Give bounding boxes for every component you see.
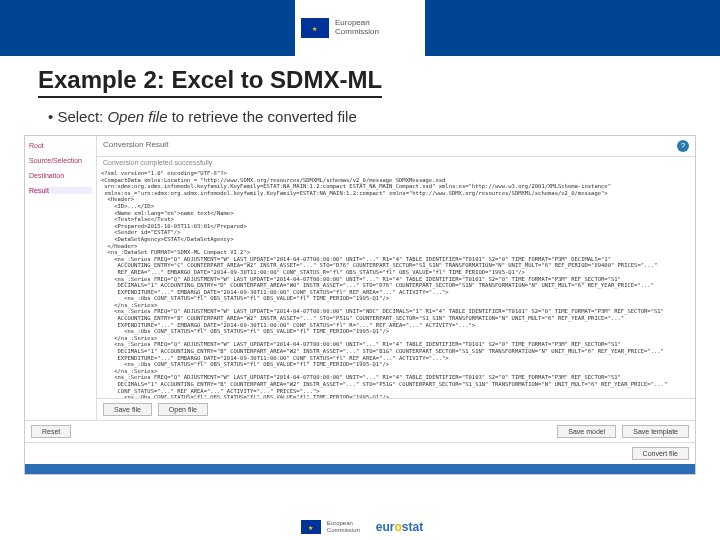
reset-button[interactable]: Reset: [31, 425, 71, 438]
converter-window: Root Source/Selection Destination Result…: [24, 135, 696, 475]
side-result[interactable]: Result: [29, 187, 92, 194]
xml-output[interactable]: <?xml version="1.0" encoding="UTF-8"?> <…: [97, 168, 695, 398]
side-root[interactable]: Root: [29, 142, 92, 149]
side-nav: Root Source/Selection Destination Result: [25, 136, 97, 420]
panel-title: Conversion Result: [103, 140, 168, 152]
footer-ec-logo: EuropeanCommission: [297, 516, 364, 538]
save-template-button[interactable]: Save template: [622, 425, 689, 438]
help-icon[interactable]: ?: [677, 140, 689, 152]
slide-header: EuropeanCommission: [0, 0, 720, 56]
open-file-button[interactable]: Open file: [158, 403, 208, 416]
bullet-line: • Select: Open file to retrieve the conv…: [0, 102, 720, 135]
eurostat-logo: eurostat: [376, 520, 423, 534]
ec-logo: EuropeanCommission: [295, 0, 425, 56]
side-destination[interactable]: Destination: [29, 172, 92, 179]
progress-bar: [25, 464, 695, 474]
eu-flag-icon: [301, 520, 321, 534]
slide-title: Example 2: Excel to SDMX-ML: [38, 66, 382, 98]
save-model-button[interactable]: Save model: [557, 425, 616, 438]
conversion-status: Conversion completed successfully: [97, 157, 695, 168]
eu-flag-icon: [301, 18, 329, 38]
convert-file-button[interactable]: Convert file: [632, 447, 689, 460]
ec-logo-text: EuropeanCommission: [335, 19, 379, 37]
side-source[interactable]: Source/Selection: [29, 157, 92, 164]
save-file-button[interactable]: Save file: [103, 403, 152, 416]
slide-footer: EuropeanCommission eurostat: [0, 516, 720, 538]
